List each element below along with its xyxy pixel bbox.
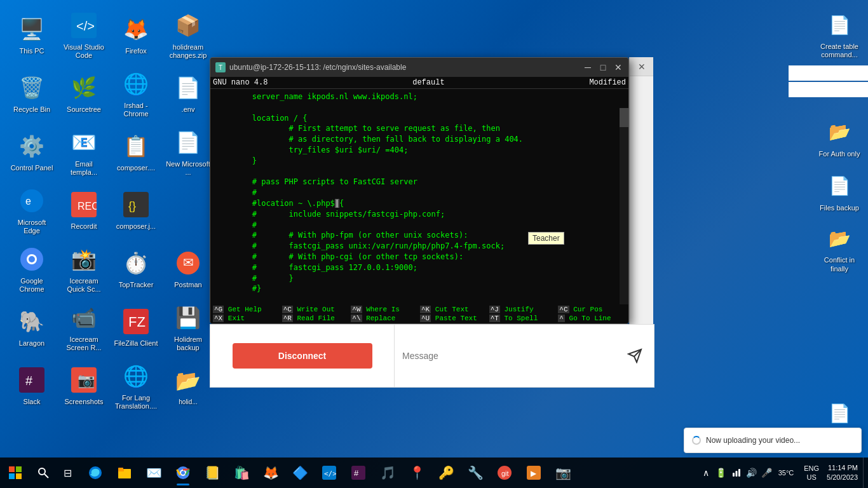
terminal-content[interactable]: server_name ikpods.nl www.ikpods.nl; loc… bbox=[210, 89, 628, 304]
svg-point-2 bbox=[20, 189, 43, 212]
icon-recycle-bin[interactable]: 🗑️ Recycle Bin bbox=[6, 65, 57, 122]
icon-composer-js[interactable]: {} composer.j... bbox=[111, 182, 161, 239]
upload-text: Now uploading your video... bbox=[706, 436, 800, 445]
teacher-tooltip: Teacher bbox=[528, 232, 564, 245]
taskbar: ⊟ ✉️ 📒 🛍️ 🦊 🔷 bbox=[0, 458, 868, 488]
taskbar-slack[interactable]: # bbox=[344, 459, 372, 487]
icon-create-table[interactable]: 📄 Create table command... bbox=[814, 6, 865, 62]
svg-rect-41 bbox=[735, 471, 737, 477]
svg-text:#: # bbox=[354, 468, 359, 478]
notification-area: 23:05 23:05 bbox=[789, 65, 868, 102]
minimize-button[interactable]: ─ bbox=[583, 62, 593, 72]
svg-rect-40 bbox=[733, 473, 735, 477]
icon-control-panel[interactable]: ⚙️ Control Panel bbox=[6, 123, 57, 180]
language-display[interactable]: ENG US bbox=[801, 464, 822, 482]
icon-recordit[interactable]: REC Recordit bbox=[58, 182, 109, 239]
taskbar-edge[interactable] bbox=[81, 459, 109, 487]
taskbar-app-icons: ✉️ 📒 🛍️ 🦊 🔷 </> # 🎵 📍 bbox=[79, 459, 695, 487]
nano-footer: ^G Get Help ^C Write Out ^W Where Is ^K … bbox=[210, 304, 628, 323]
icon-holidream-backup[interactable]: 💾 Holidrem backup bbox=[163, 299, 214, 356]
taskbar-explorer[interactable] bbox=[111, 459, 139, 487]
desktop-icons-right: 📄 Create table command... 23:05 23:05 📂 … bbox=[811, 0, 868, 458]
tray-network-icon[interactable] bbox=[730, 466, 743, 479]
icon-google-chrome[interactable]: Google Chrome bbox=[6, 240, 57, 297]
svg-text:▶: ▶ bbox=[531, 469, 537, 478]
tray-battery-icon[interactable]: 🔋 bbox=[715, 466, 728, 479]
chat-disconnect-area: Disconnect bbox=[210, 325, 395, 387]
taskbar-spotify[interactable]: 🎵 bbox=[374, 459, 402, 487]
tray-volume-icon[interactable]: 🔊 bbox=[745, 466, 758, 479]
icon-firefox[interactable]: 🦊 Firefox bbox=[111, 6, 161, 64]
icon-zip[interactable]: 📦 holidream changes.zip bbox=[163, 6, 214, 64]
chat-panel: Disconnect bbox=[210, 324, 654, 388]
svg-rect-19 bbox=[9, 466, 15, 472]
clock-display[interactable]: 11:14 PM 5/20/2023 bbox=[822, 463, 863, 483]
icon-postman[interactable]: ✉ Postman bbox=[163, 240, 214, 297]
taskbar-app-msstore[interactable]: 🛍️ bbox=[227, 459, 255, 487]
tray-mic-icon[interactable]: 🎤 bbox=[761, 466, 773, 479]
start-button[interactable] bbox=[0, 458, 31, 488]
taskbar-camera[interactable]: 📷 bbox=[549, 459, 577, 487]
icon-ms-edge[interactable]: e Microsoft Edge bbox=[6, 182, 57, 239]
icon-this-pc[interactable]: 🖥️ This PC bbox=[6, 6, 57, 64]
search-button[interactable] bbox=[31, 460, 56, 485]
svg-point-23 bbox=[39, 468, 45, 475]
taskbar-fiddler[interactable]: 🔧 bbox=[461, 459, 489, 487]
svg-text:</>: </> bbox=[324, 470, 336, 478]
icon-icecream-screen[interactable]: 📹 Icecream Screen R... bbox=[58, 299, 109, 356]
icon-vscode[interactable]: </> Visual Studio Code bbox=[58, 6, 109, 64]
svg-text:e: e bbox=[25, 196, 31, 207]
show-desktop-button[interactable] bbox=[863, 458, 868, 488]
icon-forlang[interactable]: 🌐 For Lang Translation.... bbox=[111, 357, 161, 414]
icon-conflict-finally[interactable]: 📂 Conflict in finally bbox=[814, 220, 865, 276]
icon-irshad-chrome[interactable]: 🌐 Irshad - Chrome bbox=[111, 65, 161, 122]
disconnect-button[interactable]: Disconnect bbox=[233, 343, 372, 369]
terminal-window: T ubuntu@ip-172-26-15-113: /etc/nginx/si… bbox=[210, 57, 629, 324]
icon-new-microsoft[interactable]: 📄 New Microsoft ... bbox=[163, 123, 214, 180]
chat-message-area bbox=[395, 325, 654, 387]
icon-composer[interactable]: 📋 composer.... bbox=[111, 123, 161, 180]
svg-point-31 bbox=[181, 471, 185, 475]
taskbar-sticky[interactable]: 📒 bbox=[198, 459, 226, 487]
task-view-button[interactable]: ⊟ bbox=[56, 459, 79, 487]
taskbar-vscode[interactable]: </> bbox=[315, 459, 343, 487]
icon-screenshots[interactable]: 📷 Screenshots bbox=[58, 357, 109, 414]
svg-rect-28 bbox=[118, 468, 123, 470]
terminal-scrollbar[interactable] bbox=[620, 108, 628, 304]
icon-files-backup[interactable]: 📄 Files backup bbox=[814, 166, 865, 217]
svg-text:✉: ✉ bbox=[183, 255, 194, 269]
taskbar-git[interactable]: git bbox=[491, 459, 519, 487]
icon-for-auth[interactable]: 📂 For Auth only bbox=[814, 112, 865, 163]
icon-laragon[interactable]: 🐘 Laragon bbox=[6, 299, 57, 356]
tray-chevron[interactable]: ∧ bbox=[700, 466, 712, 479]
temperature-display: 35°C bbox=[776, 469, 797, 477]
icon-dotenv[interactable]: 📄 .env bbox=[163, 65, 214, 122]
icon-email-template[interactable]: 📧 Email templa... bbox=[58, 123, 109, 180]
icon-filezilla[interactable]: FZ FileZilla Client bbox=[111, 299, 161, 356]
taskbar-chrome[interactable] bbox=[169, 459, 197, 487]
icon-sourcetree[interactable]: 🌿 Sourcetree bbox=[58, 65, 109, 122]
send-button[interactable] bbox=[623, 344, 646, 367]
upload-notification: Now uploading your video... bbox=[684, 428, 862, 453]
icon-slack[interactable]: # Slack bbox=[6, 357, 57, 414]
taskbar-firefox[interactable]: 🦊 bbox=[257, 459, 285, 487]
desktop-icons-left: 🖥️ This PC </> Visual Studio Code 🦊 Fire… bbox=[0, 0, 197, 458]
maximize-button[interactable]: □ bbox=[598, 62, 608, 72]
terminal-title: ubuntu@ip-172-26-15-113: /etc/nginx/site… bbox=[229, 63, 406, 72]
svg-point-10 bbox=[29, 256, 35, 262]
icon-holidream-cha[interactable]: 📂 holid... bbox=[163, 357, 214, 414]
message-input[interactable] bbox=[402, 351, 623, 361]
close-button[interactable]: ✕ bbox=[613, 62, 623, 72]
taskbar-keeweb[interactable]: 🔑 bbox=[432, 459, 460, 487]
icon-icecream-quick[interactable]: 📸 Icecream Quick Sc... bbox=[58, 240, 109, 297]
icon-toptracker[interactable]: ⏱️ TopTracker bbox=[111, 240, 161, 297]
svg-rect-20 bbox=[16, 466, 22, 472]
taskbar-orange-app[interactable]: ▶ bbox=[520, 459, 548, 487]
svg-text:FZ: FZ bbox=[128, 314, 146, 330]
svg-rect-22 bbox=[16, 473, 22, 479]
taskbar-mail[interactable]: ✉️ bbox=[140, 459, 168, 487]
time-display: 11:14 PM bbox=[827, 463, 858, 473]
sidebar-close-button[interactable]: ✕ bbox=[630, 57, 653, 76]
taskbar-app-blue[interactable]: 🔷 bbox=[286, 459, 314, 487]
taskbar-maps[interactable]: 📍 bbox=[403, 459, 431, 487]
